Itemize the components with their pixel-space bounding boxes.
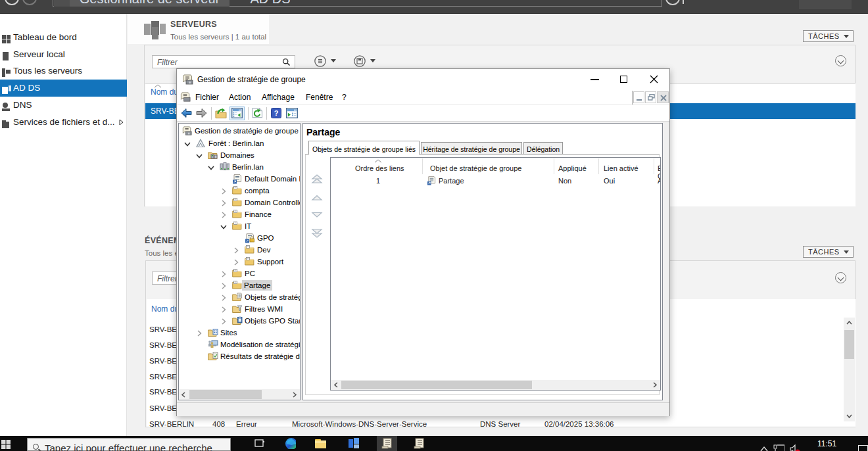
svg-text:?: ? bbox=[274, 109, 279, 117]
